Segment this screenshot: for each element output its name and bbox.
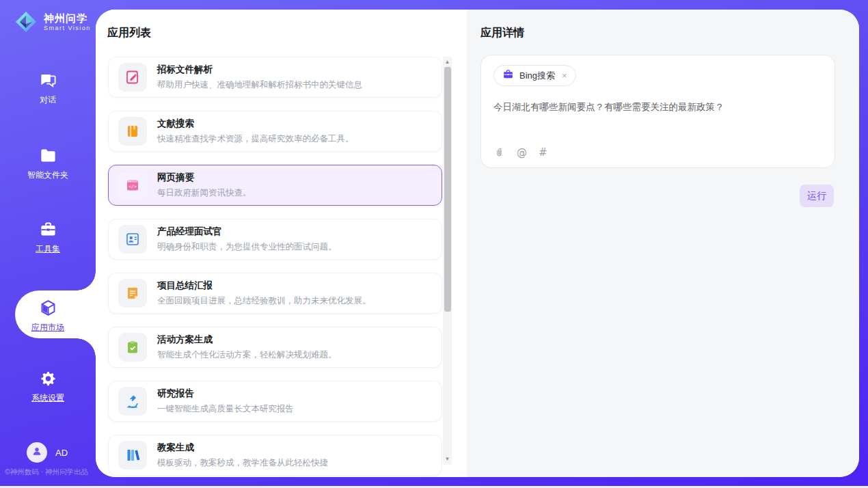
interviewer-icon xyxy=(118,225,147,254)
app-list-item[interactable]: 招标文件解析 帮助用户快速、准确地理解和解析招标书中的关键信息 xyxy=(108,57,442,98)
paperclip-icon[interactable] xyxy=(493,147,505,159)
app-title: 教案生成 xyxy=(157,442,328,454)
folder-icon xyxy=(39,146,57,165)
main-sheet: 应用列表 招标文件解析 帮助用户快速、准确地理解和解析招标书中的关键信息 文献搜… xyxy=(96,10,859,477)
document-edit-icon xyxy=(118,63,147,92)
chip-close-icon[interactable]: × xyxy=(562,71,567,80)
scroll-up-icon[interactable]: ▲ xyxy=(443,57,452,67)
app-title: 文献搜索 xyxy=(157,118,354,130)
note-icon xyxy=(118,279,147,308)
app-description: 每日政府新闻资讯快查。 xyxy=(157,187,252,199)
app-description: 帮助用户快速、准确地理解和解析招标书中的关键信息 xyxy=(157,79,362,91)
webpage-code-icon: </> xyxy=(118,171,147,200)
briefcase-icon xyxy=(502,68,514,83)
app-list-scrollbar[interactable]: ▲ ▼ xyxy=(443,57,452,465)
app-title: 活动方案生成 xyxy=(157,334,337,346)
copyright-footer: ©神州数码 · 神州问学出品 xyxy=(5,467,88,477)
sidebar-item-chat[interactable]: 对话 xyxy=(0,71,96,106)
app-description: 明确身份和职责，为您提供专业性的面试问题。 xyxy=(157,241,337,253)
sidebar: 神州问学 Smart Vision 对话 智能文件夹 工具集 应用市场 系统设置… xyxy=(0,0,96,486)
sidebar-item-gear[interactable]: 系统设置 xyxy=(0,369,96,404)
app-title: 网页摘要 xyxy=(157,172,252,184)
avatar[interactable] xyxy=(27,442,47,463)
nav-item-label: 智能文件夹 xyxy=(27,170,68,181)
app-list-item[interactable]: 项目总结汇报 全面回顾项目进展，总结经验教训，助力未来优化发展。 xyxy=(108,273,442,314)
app-title: 产品经理面试官 xyxy=(157,226,337,238)
app-list-panel: 应用列表 招标文件解析 帮助用户快速、准确地理解和解析招标书中的关键信息 文献搜… xyxy=(96,10,467,477)
app-list-item[interactable]: 活动方案生成 智能生成个性化活动方案，轻松解决规划难题。 xyxy=(108,327,442,368)
app-list-item[interactable]: 文献搜索 快速精准查找学术资源，提高研究效率的必备工具。 xyxy=(108,111,442,152)
user-icon xyxy=(31,445,43,460)
app-description: 快速精准查找学术资源，提高研究效率的必备工具。 xyxy=(157,133,354,145)
svg-text:</>: </> xyxy=(128,184,137,189)
sidebar-item-toolbox[interactable]: 工具集 xyxy=(0,220,96,255)
app-description: 模板驱动，教案秒成，教学准备从此轻松快捷 xyxy=(157,457,328,469)
clipboard-check-icon xyxy=(118,333,147,362)
app-description: 全面回顾项目进展，总结经验教训，助力未来优化发展。 xyxy=(157,295,371,307)
hash-icon[interactable]: # xyxy=(539,146,547,159)
app-list: 招标文件解析 帮助用户快速、准确地理解和解析招标书中的关键信息 文献搜索 快速精… xyxy=(108,57,442,477)
sidebar-item-folder[interactable]: 智能文件夹 xyxy=(0,146,96,181)
prompt-toolbar: @ # xyxy=(493,146,547,159)
app-list-item[interactable]: </> 网页摘要 每日政府新闻资讯快查。 xyxy=(108,165,442,206)
at-icon[interactable]: @ xyxy=(517,146,527,159)
app-list-title: 应用列表 xyxy=(107,26,151,40)
book-icon xyxy=(118,117,147,146)
app-list-item[interactable]: 教案生成 模板驱动，教案秒成，教学准备从此轻松快捷 xyxy=(108,435,442,476)
app-detail-title: 应用详情 xyxy=(480,26,524,40)
app-list-item[interactable]: 研究报告 一键智能生成高质量长文本研究报告 xyxy=(108,381,442,422)
tool-chip-label: Bing搜索 xyxy=(519,70,555,82)
prompt-input[interactable]: 今日湖北有哪些新闻要点？有哪些需要关注的最新政策？ xyxy=(493,100,822,114)
app-title: 研究报告 xyxy=(157,388,294,400)
sidebar-item-cube[interactable]: 应用市场 xyxy=(0,299,96,334)
nav-item-label: 应用市场 xyxy=(31,322,64,334)
app-list-item[interactable]: 产品经理面试官 明确身份和职责，为您提供专业性的面试问题。 xyxy=(108,219,442,260)
prompt-card: Bing搜索 × 今日湖北有哪些新闻要点？有哪些需要关注的最新政策？ @ # xyxy=(480,55,835,168)
brand-name: 神州问学 xyxy=(44,12,91,25)
brand-subtitle: Smart Vision xyxy=(44,25,91,31)
cube-icon xyxy=(39,299,57,317)
app-title: 招标文件解析 xyxy=(157,64,362,76)
nav-item-label: 工具集 xyxy=(36,243,60,255)
scrollbar-thumb[interactable] xyxy=(444,67,451,312)
app-description: 一键智能生成高质量长文本研究报告 xyxy=(157,403,294,415)
tool-chip-bing-search[interactable]: Bing搜索 × xyxy=(493,65,576,86)
chat-icon xyxy=(39,71,57,90)
nav-item-label: 对话 xyxy=(40,94,56,106)
app-title: 项目总结汇报 xyxy=(157,280,371,292)
scroll-down-icon[interactable]: ▼ xyxy=(443,455,452,464)
app-detail-panel: 应用详情 Bing搜索 × 今日湖北有哪些新闻要点？有哪些需要关注的最新政策？ … xyxy=(467,10,859,477)
user-name: AD xyxy=(55,448,68,458)
app-description: 智能生成个性化活动方案，轻松解决规划难题。 xyxy=(157,349,337,361)
toolbox-icon xyxy=(39,220,57,239)
brand-diamond-icon xyxy=(14,10,38,34)
gear-icon xyxy=(39,369,57,388)
microscope-icon xyxy=(118,387,147,416)
run-button[interactable]: 运行 xyxy=(800,185,834,207)
nav-item-label: 系统设置 xyxy=(31,392,64,404)
user-account[interactable]: AD xyxy=(27,442,68,463)
brand-logo-block: 神州问学 Smart Vision xyxy=(14,10,91,34)
books-icon xyxy=(118,441,147,470)
